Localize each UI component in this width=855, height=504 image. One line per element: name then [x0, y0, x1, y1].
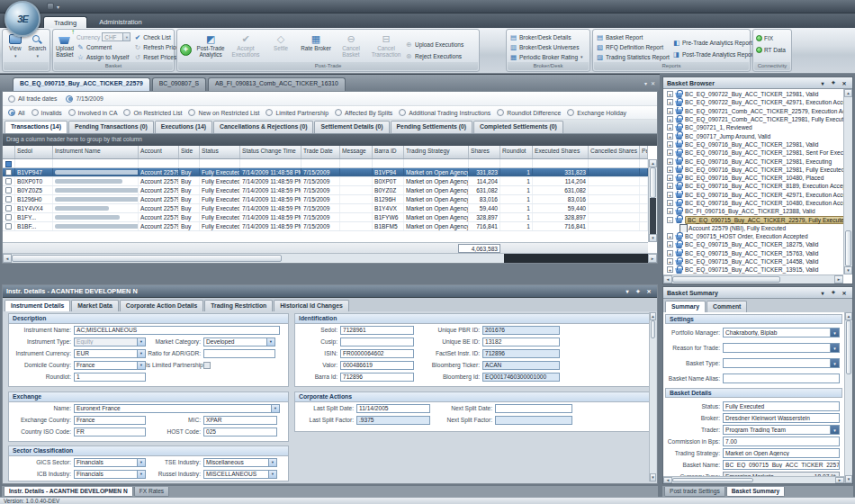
tree-item[interactable]: BC_EQ_090721_Comb_ACC_TICKER_22579, Exec…: [664, 107, 843, 115]
tree-item[interactable]: BC_EQ_090721_Comb_ACC_TICKER_12981, Full…: [664, 115, 843, 123]
scroll-down-icon[interactable]: [649, 234, 657, 242]
ribbon-small-button[interactable]: ▤ Broker/Desk Details: [509, 32, 583, 41]
field-input[interactable]: MISCELLANEOUS: [203, 470, 277, 479]
status-filter-radio[interactable]: Involved in CA: [68, 109, 118, 116]
table-row[interactable]: B1296H0 Account 22579 Buy Fully Executed…: [3, 195, 648, 204]
scroll-left-icon[interactable]: [663, 477, 672, 483]
tree-item[interactable]: BC_EQ_090716_Buy_ACC_TICKER_10480, Place…: [664, 174, 843, 182]
tree-item[interactable]: BC_EQ_090716_Buy_ACC_TICKER_12981, Fully…: [664, 166, 843, 174]
checkbox[interactable]: [203, 362, 211, 369]
ribbon-big-button[interactable]: ⊟ Cancel Transaction: [370, 32, 402, 61]
table-row[interactable]: B0XP0T0 Account 22579 Buy Fully Executed…: [3, 177, 648, 186]
field-input[interactable]: .9375: [356, 416, 430, 425]
field-input[interactable]: EUR: [74, 349, 146, 358]
ribbon-small-button[interactable]: ☆ Assign to Myself: [76, 52, 130, 61]
tree-item[interactable]: BC_EQ_090716_Buy_ACC_TICKER_42971, Execu…: [664, 191, 843, 199]
tree-item[interactable]: BC_090715_HOST Order, Execution Accepted: [664, 232, 843, 240]
expander-icon[interactable]: [667, 266, 673, 273]
expander-icon[interactable]: [667, 108, 673, 114]
ribbon-small-button[interactable]: ▤ Basket Report: [596, 32, 670, 41]
field-input[interactable]: France: [74, 361, 146, 370]
expander-icon[interactable]: [667, 200, 673, 206]
status-filter-radio[interactable]: Roundlot Difference: [497, 109, 561, 116]
row-checkbox[interactable]: [5, 214, 12, 220]
field-input[interactable]: France: [74, 416, 146, 425]
tree-item[interactable]: BC_EQ_090715_Buy_ACC_TICKER_13915, Valid: [664, 266, 843, 274]
chevron-down-icon[interactable]: [644, 80, 647, 86]
document-tab[interactable]: BC_EQ_090715_Buy_ACC_TICKER_22579: [13, 77, 150, 91]
table-row[interactable]: B1BF... Account 22579 Buy Fully Executed…: [3, 222, 648, 231]
chevron-down-icon[interactable]: [122, 33, 130, 40]
search-button[interactable]: Search: [28, 32, 48, 61]
field-input[interactable]: [203, 349, 275, 358]
column-header[interactable]: Pen: [640, 146, 648, 158]
filter-cell[interactable]: [373, 159, 404, 167]
view-tab[interactable]: Executions (14): [155, 121, 212, 133]
tree-item[interactable]: BC_EQ_090722_Buy_ACC_TICKER_42971, Execu…: [664, 98, 843, 106]
tree-item[interactable]: Account 22579 (NBI), Fully Executed: [664, 224, 843, 232]
tab-trading[interactable]: Trading: [43, 16, 87, 28]
currency-combo[interactable]: Currency CHF: [76, 32, 130, 41]
scroll-right-icon[interactable]: [834, 275, 843, 284]
expander-icon[interactable]: [667, 208, 673, 214]
expander-icon[interactable]: [667, 124, 673, 130]
row-checkbox[interactable]: [5, 196, 12, 202]
chevron-down-icon[interactable]: [137, 350, 145, 357]
table-row[interactable]: B1Y4VX4 Account 22579 Buy Fully Executed…: [3, 204, 648, 213]
quick-access-toolbar[interactable]: [47, 3, 59, 10]
field-input[interactable]: Financials: [74, 470, 146, 479]
panel-tab[interactable]: Corporate Action Details: [120, 300, 203, 311]
field-input[interactable]: 000486619: [340, 361, 414, 370]
ribbon-small-button[interactable]: ⊗ Reject Executions: [405, 50, 464, 61]
scroll-down-icon[interactable]: [650, 473, 656, 482]
scrollbar-thumb[interactable]: [12, 255, 282, 262]
status-filter-radio[interactable]: Exchange Holiday: [567, 109, 626, 116]
ribbon-big-button[interactable]: ⊖ Cancel Basket: [335, 32, 367, 61]
ribbon-big-button[interactable]: ▦ Rate Broker: [300, 32, 332, 61]
column-header[interactable]: [3, 146, 15, 158]
ribbon-small-button[interactable]: ◨ Post-Trade Analytics Report: [672, 49, 755, 59]
scrollbar-thumb[interactable]: [846, 320, 851, 374]
ribbon-small-button[interactable]: ✔ Check List: [133, 32, 182, 41]
field-input[interactable]: Developed: [203, 338, 275, 346]
field-input[interactable]: FR: [74, 428, 146, 436]
field-input[interactable]: 712896: [340, 373, 414, 382]
chevron-down-icon[interactable]: [268, 459, 276, 466]
expander-icon[interactable]: [667, 175, 673, 181]
field-input[interactable]: BC_EQ_090715_Buy_ACC_TICKER_22579: [723, 460, 840, 470]
tree-item[interactable]: BC_FI_090716_Buy_ACC_TICKER_12388, Valid: [664, 207, 843, 215]
summary-horizontal-scrollbar[interactable]: [663, 476, 844, 483]
summary-vertical-scrollbar[interactable]: [844, 312, 852, 483]
tree-vertical-scrollbar[interactable]: [843, 89, 852, 274]
scroll-down-icon[interactable]: [844, 266, 852, 274]
ribbon-small-button[interactable]: ⊕ Upload Executions: [405, 39, 464, 50]
field-input[interactable]: 13182: [482, 338, 560, 346]
quick-access-icon[interactable]: [47, 3, 54, 10]
scroll-left-icon[interactable]: [663, 275, 672, 284]
field-input[interactable]: ACAN: [482, 361, 560, 370]
scroll-left-icon[interactable]: [3, 254, 12, 263]
scrollbar-thumb[interactable]: [650, 167, 656, 198]
expander-icon[interactable]: [667, 91, 673, 97]
chevron-down-icon[interactable]: [137, 362, 145, 369]
chevron-down-icon[interactable]: [830, 359, 839, 367]
bottom-tab[interactable]: Basket Summary: [726, 487, 786, 497]
filter-cell[interactable]: [179, 159, 200, 167]
filter-cell[interactable]: [404, 159, 469, 167]
tree-item[interactable]: BC_EQ_090715_Buy_ACC_TICKER_18275, Valid: [664, 240, 843, 248]
filter-cell[interactable]: [200, 159, 240, 167]
ribbon-big-button[interactable]: ◩ Post-Trade Analytics: [194, 32, 227, 61]
chevron-down-icon[interactable]: [830, 328, 839, 337]
chevron-down-icon[interactable]: [830, 426, 839, 434]
field-input[interactable]: 1: [74, 373, 146, 382]
ribbon-small-button[interactable]: ◧ Pre-Trade Analytics Report: [672, 37, 755, 48]
filter-cell[interactable]: [3, 159, 15, 167]
field-input[interactable]: FR0000064602: [340, 349, 414, 358]
tree-item[interactable]: BC_EQ_090716_Buy_ACC_TICKER_12981, Execu…: [664, 157, 843, 165]
ribbon-big-button[interactable]: ✔ Accept Executions: [230, 32, 262, 61]
expander-icon[interactable]: [667, 99, 673, 105]
ribbon-small-button[interactable]: ▦ Periodic Broker Rating: [509, 52, 583, 61]
field-input[interactable]: [723, 358, 840, 368]
expander-icon[interactable]: [667, 233, 673, 239]
column-header[interactable]: Instrument Name: [53, 146, 139, 158]
